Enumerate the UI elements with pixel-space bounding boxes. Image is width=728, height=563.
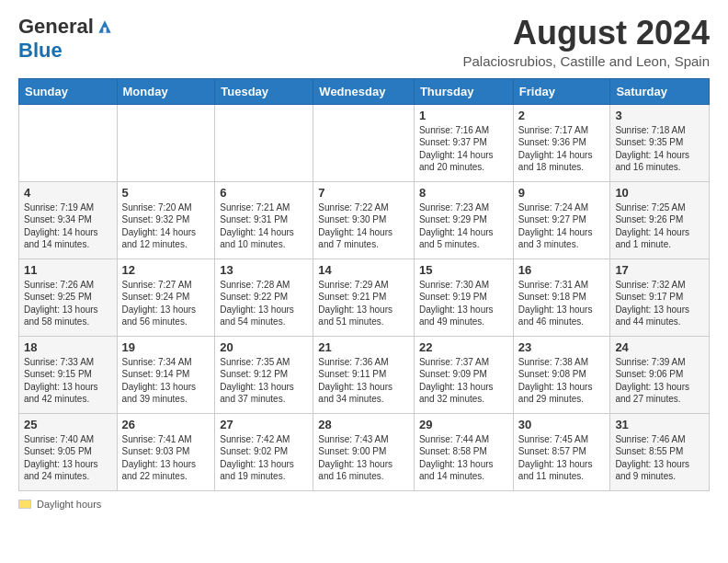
day-info: Sunrise: 7:38 AM [518, 356, 606, 369]
calendar-cell: 27Sunrise: 7:42 AMSunset: 9:02 PMDayligh… [215, 413, 313, 490]
day-info: Daylight: 13 hours and 14 minutes. [419, 458, 508, 483]
day-info: Daylight: 13 hours and 37 minutes. [220, 381, 308, 406]
day-info: Daylight: 13 hours and 56 minutes. [122, 304, 210, 328]
day-number: 5 [122, 186, 210, 200]
day-info: Sunset: 9:37 PM [419, 136, 508, 149]
calendar-cell: 23Sunrise: 7:38 AMSunset: 9:08 PMDayligh… [513, 336, 610, 413]
calendar-week-2: 4Sunrise: 7:19 AMSunset: 9:34 PMDaylight… [19, 181, 710, 259]
day-info: Sunrise: 7:40 AM [24, 433, 112, 446]
day-info: Daylight: 14 hours and 20 minutes. [419, 149, 508, 174]
day-info: Sunset: 9:06 PM [615, 368, 704, 381]
day-info: Sunset: 9:29 PM [419, 213, 508, 226]
day-number: 8 [419, 186, 508, 200]
calendar-cell: 6Sunrise: 7:21 AMSunset: 9:31 PMDaylight… [215, 181, 313, 259]
day-number: 16 [518, 263, 606, 277]
day-info: Daylight: 13 hours and 39 minutes. [122, 381, 210, 406]
day-info: Sunrise: 7:22 AM [318, 201, 409, 214]
day-info: Sunrise: 7:36 AM [318, 356, 409, 369]
day-info: Daylight: 13 hours and 44 minutes. [615, 304, 704, 328]
day-info: Sunrise: 7:17 AM [518, 124, 606, 137]
subtitle: Palaciosrubios, Castille and Leon, Spain [463, 53, 711, 69]
day-info: Daylight: 13 hours and 32 minutes. [419, 381, 508, 406]
day-number: 7 [318, 186, 409, 200]
col-friday: Friday [513, 78, 610, 104]
col-saturday: Saturday [610, 78, 710, 104]
day-info: Daylight: 13 hours and 11 minutes. [518, 458, 606, 483]
calendar-cell: 1Sunrise: 7:16 AMSunset: 9:37 PMDaylight… [414, 104, 513, 181]
day-number: 23 [518, 340, 606, 354]
day-info: Sunrise: 7:41 AM [122, 433, 210, 446]
day-info: Sunrise: 7:26 AM [24, 279, 112, 292]
logo: General Blue [18, 15, 114, 63]
day-info: Sunrise: 7:44 AM [419, 433, 508, 446]
day-info: Daylight: 14 hours and 1 minute. [615, 226, 704, 251]
day-info: Daylight: 14 hours and 5 minutes. [419, 226, 508, 251]
main-title: August 2024 [463, 15, 711, 52]
calendar-cell: 16Sunrise: 7:31 AMSunset: 9:18 PMDayligh… [513, 259, 610, 336]
day-info: Sunrise: 7:37 AM [419, 356, 508, 369]
day-info: Sunset: 9:08 PM [518, 368, 606, 381]
day-number: 6 [220, 186, 308, 200]
day-info: Sunset: 9:21 PM [318, 291, 409, 304]
col-thursday: Thursday [414, 78, 513, 104]
day-info: Daylight: 13 hours and 51 minutes. [318, 304, 409, 328]
calendar: Sunday Monday Tuesday Wednesday Thursday… [18, 78, 710, 491]
day-info: Sunrise: 7:35 AM [220, 356, 308, 369]
col-wednesday: Wednesday [313, 78, 415, 104]
calendar-cell: 29Sunrise: 7:44 AMSunset: 8:58 PMDayligh… [414, 413, 513, 490]
footer: Daylight hours [18, 499, 710, 510]
svg-marker-1 [103, 28, 106, 33]
title-area: August 2024 Palaciosrubios, Castille and… [463, 15, 711, 69]
day-number: 2 [518, 109, 606, 122]
calendar-cell: 18Sunrise: 7:33 AMSunset: 9:15 PMDayligh… [19, 336, 118, 413]
col-monday: Monday [117, 78, 215, 104]
day-info: Daylight: 13 hours and 9 minutes. [615, 458, 704, 483]
day-info: Sunrise: 7:42 AM [220, 433, 308, 446]
day-info: Sunrise: 7:30 AM [419, 279, 508, 292]
calendar-cell: 26Sunrise: 7:41 AMSunset: 9:03 PMDayligh… [117, 413, 215, 490]
day-info: Sunset: 9:14 PM [122, 368, 210, 381]
calendar-cell: 21Sunrise: 7:36 AMSunset: 9:11 PMDayligh… [313, 336, 415, 413]
day-number: 19 [122, 340, 210, 354]
day-info: Sunrise: 7:24 AM [518, 201, 606, 214]
day-info: Sunrise: 7:46 AM [615, 433, 704, 446]
calendar-week-3: 11Sunrise: 7:26 AMSunset: 9:25 PMDayligh… [19, 259, 710, 336]
day-number: 31 [615, 418, 704, 431]
day-number: 27 [220, 418, 308, 431]
day-number: 28 [318, 418, 409, 431]
calendar-cell: 2Sunrise: 7:17 AMSunset: 9:36 PMDaylight… [513, 104, 610, 181]
day-info: Sunset: 9:09 PM [419, 368, 508, 381]
day-info: Sunset: 8:55 PM [615, 445, 704, 458]
day-info: Sunset: 9:25 PM [24, 291, 112, 304]
calendar-header-row: Sunday Monday Tuesday Wednesday Thursday… [19, 78, 710, 104]
day-number: 11 [24, 263, 112, 277]
day-info: Daylight: 14 hours and 10 minutes. [220, 226, 308, 251]
day-info: Daylight: 13 hours and 49 minutes. [419, 304, 508, 328]
day-number: 3 [615, 109, 704, 122]
day-number: 26 [122, 418, 210, 431]
day-number: 18 [24, 340, 112, 354]
calendar-cell: 14Sunrise: 7:29 AMSunset: 9:21 PMDayligh… [313, 259, 415, 336]
calendar-cell: 17Sunrise: 7:32 AMSunset: 9:17 PMDayligh… [610, 259, 710, 336]
day-number: 21 [318, 340, 409, 354]
day-info: Sunrise: 7:20 AM [122, 201, 210, 214]
day-number: 13 [220, 263, 308, 277]
day-info: Sunset: 9:34 PM [24, 213, 112, 226]
day-info: Sunrise: 7:28 AM [220, 279, 308, 292]
calendar-cell: 20Sunrise: 7:35 AMSunset: 9:12 PMDayligh… [215, 336, 313, 413]
calendar-week-4: 18Sunrise: 7:33 AMSunset: 9:15 PMDayligh… [19, 336, 710, 413]
day-info: Sunset: 9:30 PM [318, 213, 409, 226]
day-info: Daylight: 13 hours and 27 minutes. [615, 381, 704, 406]
calendar-cell [117, 104, 215, 181]
daylight-label: Daylight hours [37, 499, 101, 510]
day-info: Sunrise: 7:32 AM [615, 279, 704, 292]
day-info: Daylight: 13 hours and 58 minutes. [24, 304, 112, 328]
calendar-week-1: 1Sunrise: 7:16 AMSunset: 9:37 PMDaylight… [19, 104, 710, 181]
day-info: Daylight: 13 hours and 16 minutes. [318, 458, 409, 483]
day-info: Sunset: 9:36 PM [518, 136, 606, 149]
day-number: 29 [419, 418, 508, 431]
calendar-cell [19, 104, 118, 181]
day-number: 20 [220, 340, 308, 354]
day-info: Sunrise: 7:21 AM [220, 201, 308, 214]
calendar-cell [215, 104, 313, 181]
